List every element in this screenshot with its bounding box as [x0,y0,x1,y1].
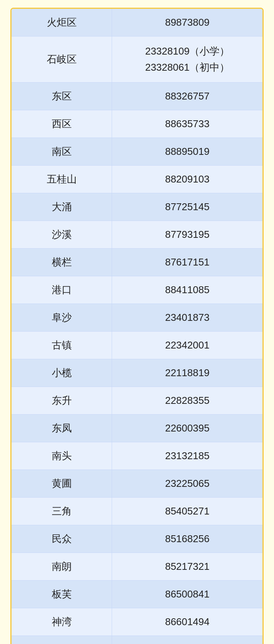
table-row: 黄圃23225065 [12,470,262,498]
district-name: 东升 [12,387,112,415]
district-phone: 88895019 [112,138,262,166]
district-name: 板芙 [12,581,112,608]
district-phone: 88209103 [112,166,262,193]
district-phone: 85217321 [112,553,262,581]
district-phone: 23328109（小学）23328061（初中） [112,37,262,83]
district-name: 西区 [12,110,112,138]
table-row: 南头23132185 [12,442,262,470]
table-row: 南区88895019 [12,138,262,166]
district-name: 石岐区 [12,37,112,83]
district-name: 大涌 [12,193,112,221]
table-row: 神湾86601494 [12,608,262,636]
district-name: 东区 [12,83,112,110]
table-row: 三乡86381212 [12,636,262,644]
district-name: 港口 [12,276,112,304]
district-name: 黄圃 [12,470,112,498]
district-phone: 88411085 [112,276,262,304]
table-row: 港口88411085 [12,276,262,304]
district-phone: 23401873 [112,304,262,332]
district-name: 三乡 [12,636,112,644]
district-phone: 22118819 [112,359,262,387]
district-phone: 86601494 [112,608,262,636]
district-phone: 88326757 [112,83,262,110]
district-name: 南头 [12,442,112,470]
table-row: 民众85168256 [12,525,262,553]
district-name: 沙溪 [12,221,112,249]
district-name: 阜沙 [12,304,112,332]
district-name: 三角 [12,498,112,525]
table-row: 沙溪87793195 [12,221,262,249]
table-row: 小榄22118819 [12,359,262,387]
district-phone: 86381212 [112,636,262,644]
main-table-wrapper: 火炬区89873809石岐区23328109（小学）23328061（初中）东区… [10,8,264,644]
district-phone: 87617151 [112,249,262,276]
district-name: 神湾 [12,608,112,636]
district-phone: 22828355 [112,387,262,415]
table-row: 石岐区23328109（小学）23328061（初中） [12,37,262,83]
district-name: 古镇 [12,332,112,359]
district-phone: 23132185 [112,442,262,470]
district-phone: 85405271 [112,498,262,525]
table-row: 西区88635733 [12,110,262,138]
district-phone: 22600395 [112,415,262,442]
district-phone: 88635733 [112,110,262,138]
district-phone: 85168256 [112,525,262,553]
table-row: 阜沙23401873 [12,304,262,332]
district-phone: 22342001 [112,332,262,359]
district-name: 火炬区 [12,9,112,37]
district-phone: 87793195 [112,221,262,249]
table-row: 东区88326757 [12,83,262,110]
table-row: 南朗85217321 [12,553,262,581]
table-row: 东凤22600395 [12,415,262,442]
table-row: 大涌87725145 [12,193,262,221]
table-row: 火炬区89873809 [12,9,262,37]
table-row: 横栏87617151 [12,249,262,276]
district-name: 五桂山 [12,166,112,193]
district-name: 南朗 [12,553,112,581]
district-name: 民众 [12,525,112,553]
district-phone: 23225065 [112,470,262,498]
district-phone: 86500841 [112,581,262,608]
table-row: 古镇22342001 [12,332,262,359]
district-phone: 87725145 [112,193,262,221]
district-name: 东凤 [12,415,112,442]
district-name: 横栏 [12,249,112,276]
table-row: 板芙86500841 [12,581,262,608]
phone-table: 火炬区89873809石岐区23328109（小学）23328061（初中）东区… [12,9,262,644]
table-row: 五桂山88209103 [12,166,262,193]
district-phone: 89873809 [112,9,262,37]
district-name: 小榄 [12,359,112,387]
district-name: 南区 [12,138,112,166]
table-row: 三角85405271 [12,498,262,525]
table-row: 东升22828355 [12,387,262,415]
